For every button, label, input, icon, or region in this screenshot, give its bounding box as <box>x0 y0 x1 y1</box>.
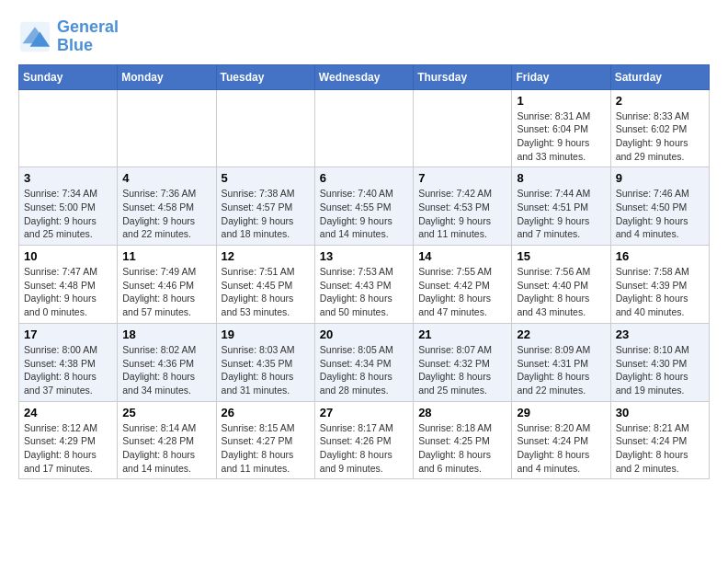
calendar-cell: 12Sunrise: 7:51 AM Sunset: 4:45 PM Dayli… <box>216 246 314 324</box>
day-number: 21 <box>418 327 506 341</box>
day-info: Sunrise: 7:46 AM Sunset: 4:50 PM Dayligh… <box>616 187 704 241</box>
day-info: Sunrise: 7:49 AM Sunset: 4:46 PM Dayligh… <box>122 265 210 319</box>
calendar-cell: 2Sunrise: 8:33 AM Sunset: 6:02 PM Daylig… <box>610 89 709 167</box>
day-number: 16 <box>616 249 704 263</box>
calendar-cell: 28Sunrise: 8:18 AM Sunset: 4:25 PM Dayli… <box>414 401 512 479</box>
day-info: Sunrise: 8:05 AM Sunset: 4:34 PM Dayligh… <box>320 343 408 397</box>
day-info: Sunrise: 8:15 AM Sunset: 4:27 PM Dayligh… <box>222 421 310 476</box>
week-row-5: 24Sunrise: 8:12 AM Sunset: 4:29 PM Dayli… <box>19 401 710 479</box>
day-number: 29 <box>517 406 605 419</box>
day-info: Sunrise: 7:47 AM Sunset: 4:48 PM Dayligh… <box>24 265 112 319</box>
day-info: Sunrise: 8:10 AM Sunset: 4:30 PM Dayligh… <box>616 343 704 397</box>
calendar-cell: 29Sunrise: 8:20 AM Sunset: 4:24 PM Dayli… <box>512 401 610 479</box>
day-info: Sunrise: 8:02 AM Sunset: 4:36 PM Dayligh… <box>122 343 210 397</box>
day-info: Sunrise: 8:33 AM Sunset: 6:02 PM Dayligh… <box>616 109 704 164</box>
week-row-4: 17Sunrise: 8:00 AM Sunset: 4:38 PM Dayli… <box>19 323 710 401</box>
day-info: Sunrise: 8:00 AM Sunset: 4:38 PM Dayligh… <box>24 343 112 397</box>
day-info: Sunrise: 8:14 AM Sunset: 4:28 PM Dayligh… <box>122 421 210 476</box>
calendar-cell: 13Sunrise: 7:53 AM Sunset: 4:43 PM Dayli… <box>314 246 413 324</box>
calendar-cell: 30Sunrise: 8:21 AM Sunset: 4:24 PM Dayli… <box>610 401 709 479</box>
calendar-cell: 18Sunrise: 8:02 AM Sunset: 4:36 PM Dayli… <box>118 323 216 401</box>
calendar-cell: 8Sunrise: 7:44 AM Sunset: 4:51 PM Daylig… <box>512 167 610 246</box>
day-info: Sunrise: 8:18 AM Sunset: 4:25 PM Dayligh… <box>418 421 506 476</box>
calendar-cell <box>414 89 512 167</box>
calendar-cell <box>314 89 413 167</box>
calendar-cell: 15Sunrise: 7:56 AM Sunset: 4:40 PM Dayli… <box>512 246 610 324</box>
calendar-cell: 4Sunrise: 7:36 AM Sunset: 4:58 PM Daylig… <box>118 167 216 246</box>
day-number: 10 <box>24 249 112 263</box>
calendar-cell: 16Sunrise: 7:58 AM Sunset: 4:39 PM Dayli… <box>610 246 709 324</box>
day-info: Sunrise: 7:36 AM Sunset: 4:58 PM Dayligh… <box>122 187 210 241</box>
calendar-cell: 19Sunrise: 8:03 AM Sunset: 4:35 PM Dayli… <box>216 323 314 401</box>
day-number: 24 <box>24 406 112 419</box>
calendar-cell: 21Sunrise: 8:07 AM Sunset: 4:32 PM Dayli… <box>414 323 512 401</box>
calendar-cell: 17Sunrise: 8:00 AM Sunset: 4:38 PM Dayli… <box>19 323 118 401</box>
day-info: Sunrise: 8:20 AM Sunset: 4:24 PM Dayligh… <box>517 421 605 476</box>
day-info: Sunrise: 8:09 AM Sunset: 4:31 PM Dayligh… <box>517 343 605 397</box>
calendar-cell: 7Sunrise: 7:42 AM Sunset: 4:53 PM Daylig… <box>414 167 512 246</box>
day-number: 23 <box>616 327 704 341</box>
calendar-cell: 22Sunrise: 8:09 AM Sunset: 4:31 PM Dayli… <box>512 323 610 401</box>
day-info: Sunrise: 8:21 AM Sunset: 4:24 PM Dayligh… <box>616 421 704 476</box>
day-info: Sunrise: 7:42 AM Sunset: 4:53 PM Dayligh… <box>418 187 506 241</box>
day-number: 14 <box>418 249 506 263</box>
day-info: Sunrise: 8:17 AM Sunset: 4:26 PM Dayligh… <box>320 421 408 476</box>
calendar-cell: 3Sunrise: 7:34 AM Sunset: 5:00 PM Daylig… <box>19 167 118 246</box>
calendar-cell: 26Sunrise: 8:15 AM Sunset: 4:27 PM Dayli… <box>216 401 314 479</box>
day-number: 4 <box>122 171 210 185</box>
day-info: Sunrise: 8:12 AM Sunset: 4:29 PM Dayligh… <box>24 421 112 476</box>
calendar-cell: 24Sunrise: 8:12 AM Sunset: 4:29 PM Dayli… <box>19 401 118 479</box>
day-number: 11 <box>122 249 210 263</box>
day-header-monday: Monday <box>118 64 216 89</box>
logo-text: General Blue <box>57 18 119 55</box>
day-number: 2 <box>616 94 704 108</box>
day-info: Sunrise: 8:31 AM Sunset: 6:04 PM Dayligh… <box>517 109 605 164</box>
day-info: Sunrise: 8:07 AM Sunset: 4:32 PM Dayligh… <box>418 343 506 397</box>
day-number: 25 <box>122 406 210 419</box>
day-number: 13 <box>320 249 408 263</box>
calendar-cell: 5Sunrise: 7:38 AM Sunset: 4:57 PM Daylig… <box>216 167 314 246</box>
day-number: 8 <box>517 171 605 185</box>
day-number: 26 <box>222 406 310 419</box>
calendar-cell: 1Sunrise: 8:31 AM Sunset: 6:04 PM Daylig… <box>512 89 610 167</box>
day-info: Sunrise: 7:58 AM Sunset: 4:39 PM Dayligh… <box>616 265 704 319</box>
day-number: 27 <box>320 406 408 419</box>
logo: General Blue <box>18 18 119 55</box>
day-info: Sunrise: 7:53 AM Sunset: 4:43 PM Dayligh… <box>320 265 408 319</box>
page-header: General Blue <box>18 18 710 55</box>
day-number: 6 <box>320 171 408 185</box>
day-number: 30 <box>616 406 704 419</box>
day-number: 20 <box>320 327 408 341</box>
calendar-cell <box>118 89 216 167</box>
calendar-cell: 23Sunrise: 8:10 AM Sunset: 4:30 PM Dayli… <box>610 323 709 401</box>
calendar-cell: 9Sunrise: 7:46 AM Sunset: 4:50 PM Daylig… <box>610 167 709 246</box>
day-info: Sunrise: 7:34 AM Sunset: 5:00 PM Dayligh… <box>24 187 112 241</box>
calendar-cell: 25Sunrise: 8:14 AM Sunset: 4:28 PM Dayli… <box>118 401 216 479</box>
day-number: 7 <box>418 171 506 185</box>
day-number: 9 <box>616 171 704 185</box>
day-info: Sunrise: 7:56 AM Sunset: 4:40 PM Dayligh… <box>517 265 605 319</box>
week-row-1: 1Sunrise: 8:31 AM Sunset: 6:04 PM Daylig… <box>19 89 710 167</box>
day-header-thursday: Thursday <box>414 64 512 89</box>
calendar-cell: 27Sunrise: 8:17 AM Sunset: 4:26 PM Dayli… <box>314 401 413 479</box>
calendar-table: SundayMondayTuesdayWednesdayThursdayFrid… <box>18 64 710 480</box>
calendar-cell: 6Sunrise: 7:40 AM Sunset: 4:55 PM Daylig… <box>314 167 413 246</box>
calendar-cell: 11Sunrise: 7:49 AM Sunset: 4:46 PM Dayli… <box>118 246 216 324</box>
calendar-cell: 10Sunrise: 7:47 AM Sunset: 4:48 PM Dayli… <box>19 246 118 324</box>
day-info: Sunrise: 7:51 AM Sunset: 4:45 PM Dayligh… <box>222 265 310 319</box>
day-info: Sunrise: 7:38 AM Sunset: 4:57 PM Dayligh… <box>222 187 310 241</box>
week-row-2: 3Sunrise: 7:34 AM Sunset: 5:00 PM Daylig… <box>19 167 710 246</box>
calendar-header-row: SundayMondayTuesdayWednesdayThursdayFrid… <box>19 64 710 89</box>
day-number: 19 <box>222 327 310 341</box>
day-info: Sunrise: 7:44 AM Sunset: 4:51 PM Dayligh… <box>517 187 605 241</box>
day-info: Sunrise: 7:55 AM Sunset: 4:42 PM Dayligh… <box>418 265 506 319</box>
day-number: 3 <box>24 171 112 185</box>
day-number: 17 <box>24 327 112 341</box>
day-number: 28 <box>418 406 506 419</box>
day-info: Sunrise: 8:03 AM Sunset: 4:35 PM Dayligh… <box>222 343 310 397</box>
calendar-cell: 14Sunrise: 7:55 AM Sunset: 4:42 PM Dayli… <box>414 246 512 324</box>
calendar-cell <box>216 89 314 167</box>
logo-icon <box>18 20 51 53</box>
day-header-tuesday: Tuesday <box>216 64 314 89</box>
calendar-cell <box>19 89 118 167</box>
